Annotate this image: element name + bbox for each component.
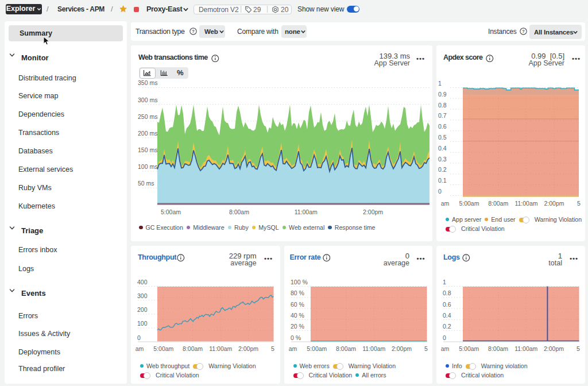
svg-text:0.8: 0.8: [443, 290, 451, 296]
svg-text:2:00pm: 2:00pm: [544, 200, 564, 207]
svg-text:5: 5: [577, 345, 580, 352]
svg-text:am: am: [136, 345, 144, 352]
svg-text:11:00am: 11:00am: [362, 345, 385, 352]
svg-text:5: 5: [271, 345, 274, 352]
svg-text:0.3: 0.3: [438, 156, 447, 163]
svg-text:5: 5: [424, 345, 428, 352]
svg-text:0.5: 0.5: [438, 134, 447, 141]
svg-text:350 ms: 350 ms: [138, 79, 157, 86]
svg-text:2:00pm: 2:00pm: [391, 345, 411, 352]
svg-text:0.2: 0.2: [438, 166, 447, 173]
svg-text:0.7: 0.7: [438, 112, 447, 119]
svg-text:8:00am: 8:00am: [229, 209, 249, 215]
svg-text:0.8: 0.8: [438, 102, 447, 109]
svg-text:?: ?: [522, 29, 525, 34]
svg-text:5:00am: 5:00am: [459, 345, 479, 352]
svg-text:400: 400: [137, 279, 148, 285]
svg-text:250 ms: 250 ms: [138, 113, 157, 120]
svg-text:0 %: 0 %: [291, 334, 301, 341]
svg-text:40 %: 40 %: [291, 312, 304, 319]
svg-text:20 %: 20 %: [291, 323, 304, 330]
svg-text:am: am: [441, 200, 450, 207]
svg-text:0: 0: [438, 188, 442, 195]
svg-text:5:00am: 5:00am: [161, 209, 181, 215]
svg-text:0: 0: [443, 334, 446, 341]
svg-text:300: 300: [137, 292, 148, 299]
svg-text:0.9: 0.9: [438, 91, 447, 98]
svg-text:am: am: [288, 345, 297, 352]
svg-text:2:00pm: 2:00pm: [544, 345, 564, 352]
svg-text:100 %: 100 %: [291, 279, 308, 285]
svg-text:8:00am: 8:00am: [183, 345, 203, 352]
svg-text:11:00am: 11:00am: [514, 200, 537, 207]
svg-text:0.2: 0.2: [443, 323, 451, 330]
svg-text:11:00am: 11:00am: [295, 209, 318, 215]
svg-text:0.4: 0.4: [443, 312, 451, 319]
svg-text:100: 100: [137, 320, 148, 327]
svg-text:200: 200: [137, 306, 148, 313]
svg-text:80 %: 80 %: [291, 290, 304, 296]
svg-text:0: 0: [137, 334, 141, 341]
svg-text:11:00am: 11:00am: [209, 345, 232, 352]
svg-text:5:00am: 5:00am: [307, 345, 327, 352]
svg-text:8:00am: 8:00am: [488, 345, 508, 352]
svg-text:60 %: 60 %: [291, 301, 304, 308]
svg-text:1: 1: [438, 80, 442, 87]
svg-text:2:00pm: 2:00pm: [363, 209, 383, 215]
svg-text:1: 1: [443, 279, 446, 285]
svg-text:100 ms: 100 ms: [138, 163, 157, 170]
svg-text:8:00am: 8:00am: [336, 345, 356, 352]
svg-text:5:00am: 5:00am: [459, 200, 479, 207]
svg-text:0.4: 0.4: [438, 145, 447, 152]
svg-text:?: ?: [192, 29, 195, 34]
svg-text:300 ms: 300 ms: [138, 96, 157, 103]
svg-text:200 ms: 200 ms: [138, 130, 157, 137]
svg-text:0.6: 0.6: [438, 123, 447, 130]
svg-text:0.6: 0.6: [443, 301, 451, 308]
svg-text:5:00am: 5:00am: [153, 345, 173, 352]
svg-text:2:00pm: 2:00pm: [238, 345, 258, 352]
svg-text:150 ms: 150 ms: [138, 146, 157, 153]
svg-text:0.1: 0.1: [438, 177, 447, 184]
svg-text:8:00am: 8:00am: [488, 200, 508, 207]
svg-text:50 ms: 50 ms: [138, 180, 154, 187]
svg-text:am: am: [441, 345, 450, 352]
svg-text:11:00am: 11:00am: [514, 345, 537, 352]
svg-text:5: 5: [577, 200, 581, 207]
